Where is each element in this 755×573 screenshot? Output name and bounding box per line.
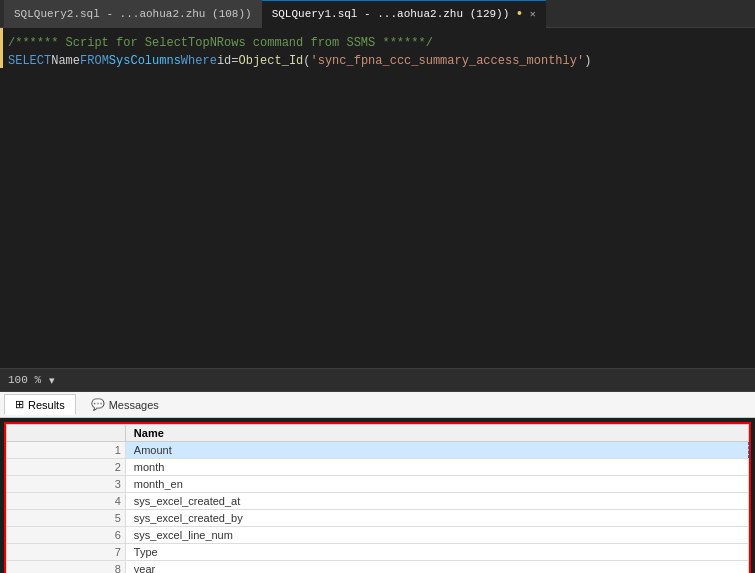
row-number: 1 [7, 442, 126, 459]
table-row[interactable]: 8year [7, 561, 749, 574]
tab-query2[interactable]: SQLQuery2.sql - ...aohua2.zhu (108)) [4, 0, 262, 28]
cell-value[interactable]: month [125, 459, 748, 476]
cell-value[interactable]: sys_excel_created_at [125, 493, 748, 510]
syscolumns: SysColumns [109, 52, 181, 70]
table-header-row: Name [7, 425, 749, 442]
table-name-str: 'sync_fpna_ccc_summary_access_monthly' [311, 52, 585, 70]
results-table: Name 1Amount2month3month_en4sys_excel_cr… [6, 424, 749, 573]
tab-bar: SQLQuery2.sql - ...aohua2.zhu (108)) SQL… [0, 0, 755, 28]
where-kw: Where [181, 52, 217, 70]
results-area[interactable]: Name 1Amount2month3month_en4sys_excel_cr… [6, 424, 749, 573]
select-kw: SELECT [8, 52, 51, 70]
paren-open: ( [303, 52, 310, 70]
messages-icon: 💬 [91, 398, 105, 411]
row-number: 5 [7, 510, 126, 527]
yellow-bar [0, 28, 3, 68]
editor-line-1: /****** Script for SelectTopNRows comman… [8, 34, 747, 52]
name-col-header: Name [125, 425, 748, 442]
table-row[interactable]: 7Type [7, 544, 749, 561]
row-number: 4 [7, 493, 126, 510]
cell-value[interactable]: month_en [125, 476, 748, 493]
table-row[interactable]: 6sys_excel_line_num [7, 527, 749, 544]
close-icon[interactable]: ✕ [530, 8, 536, 20]
editor-area[interactable]: /****** Script for SelectTopNRows comman… [0, 28, 755, 368]
results-wrapper: Name 1Amount2month3month_en4sys_excel_cr… [4, 422, 751, 573]
cell-value[interactable]: Type [125, 544, 748, 561]
cell-value[interactable]: Amount [125, 442, 748, 459]
objectid-fn: Object_Id [238, 52, 303, 70]
row-number: 6 [7, 527, 126, 544]
messages-tab-label: Messages [109, 399, 159, 411]
tab-query2-label: SQLQuery2.sql - ...aohua2.zhu (108)) [14, 8, 252, 20]
table-row[interactable]: 3month_en [7, 476, 749, 493]
row-number: 2 [7, 459, 126, 476]
table-row[interactable]: 1Amount [7, 442, 749, 459]
zoom-down-button[interactable]: ▾ [47, 374, 57, 387]
row-number: 8 [7, 561, 126, 574]
status-bar: 100 % ▾ [0, 368, 755, 392]
cell-value[interactable]: sys_excel_line_num [125, 527, 748, 544]
id-field: id= [217, 52, 239, 70]
from-kw: FROM [80, 52, 109, 70]
table-row[interactable]: 5sys_excel_created_by [7, 510, 749, 527]
result-tabs: ⊞ Results 💬 Messages [0, 392, 755, 418]
editor-line-2: SELECT Name FROM SysColumns Where id= Ob… [8, 52, 747, 70]
cell-value[interactable]: sys_excel_created_by [125, 510, 748, 527]
results-tab-label: Results [28, 399, 65, 411]
modified-dot: • [515, 6, 523, 22]
tab-query1-label: SQLQuery1.sql - ...aohua2.zhu (129)) [272, 8, 510, 20]
row-num-header [7, 425, 126, 442]
comment-line: /****** Script for SelectTopNRows comman… [8, 34, 433, 52]
row-number: 7 [7, 544, 126, 561]
results-grid-icon: ⊞ [15, 398, 24, 411]
tab-query1[interactable]: SQLQuery1.sql - ...aohua2.zhu (129)) • ✕ [262, 0, 546, 28]
paren-close: ) [584, 52, 591, 70]
cell-value[interactable]: year [125, 561, 748, 574]
table-row[interactable]: 2month [7, 459, 749, 476]
tab-results[interactable]: ⊞ Results [4, 394, 76, 415]
name-field: Name [51, 52, 80, 70]
row-number: 3 [7, 476, 126, 493]
table-row[interactable]: 4sys_excel_created_at [7, 493, 749, 510]
zoom-level: 100 % [8, 374, 41, 386]
tab-messages[interactable]: 💬 Messages [80, 394, 170, 415]
